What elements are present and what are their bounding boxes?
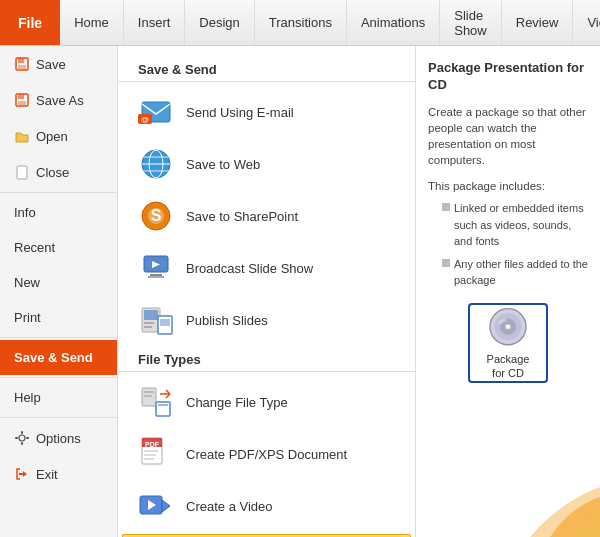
sharepoint-icon: S bbox=[138, 198, 174, 234]
menu-item-change-file-type[interactable]: Change File Type bbox=[118, 376, 415, 428]
sidebar-item-open[interactable]: Open bbox=[0, 118, 117, 154]
sidebar-item-print[interactable]: Print bbox=[0, 300, 117, 335]
menu-item-create-pdf[interactable]: PDF Create PDF/XPS Document bbox=[118, 428, 415, 480]
sidebar-recent-label: Recent bbox=[14, 240, 55, 255]
close-doc-icon bbox=[14, 164, 30, 180]
svg-rect-30 bbox=[144, 326, 152, 328]
right-panel-includes-list: Linked or embedded items such as videos,… bbox=[442, 200, 588, 289]
menu-item-broadcast[interactable]: Broadcast Slide Show bbox=[118, 242, 415, 294]
svg-rect-41 bbox=[144, 450, 158, 452]
sidebar-print-label: Print bbox=[14, 310, 41, 325]
svg-rect-4 bbox=[18, 94, 24, 99]
email-icon: @ bbox=[138, 94, 174, 130]
menu-item-send-email[interactable]: @ Send Using E-mail bbox=[118, 86, 415, 138]
svg-rect-42 bbox=[144, 454, 156, 456]
file-types-section-title: File Types bbox=[118, 346, 415, 372]
svg-text:S: S bbox=[151, 207, 162, 224]
save-sharepoint-label: Save to SharePoint bbox=[186, 209, 298, 224]
tab-review[interactable]: Review bbox=[502, 0, 574, 45]
sidebar-help-label: Help bbox=[14, 390, 41, 405]
sidebar-item-close[interactable]: Close bbox=[0, 154, 117, 190]
sidebar-item-options[interactable]: Options bbox=[0, 420, 117, 456]
publish-icon bbox=[138, 302, 174, 338]
svg-rect-2 bbox=[18, 65, 26, 69]
sidebar-item-help[interactable]: Help bbox=[0, 380, 117, 415]
tab-transitions[interactable]: Transitions bbox=[255, 0, 347, 45]
web-icon bbox=[138, 146, 174, 182]
includes-item-1: Linked or embedded items such as videos,… bbox=[442, 200, 588, 250]
svg-rect-26 bbox=[148, 276, 164, 278]
ribbon-tabs: Home Insert Design Transitions Animation… bbox=[60, 0, 600, 45]
svg-rect-32 bbox=[160, 319, 170, 326]
broadcast-icon bbox=[138, 250, 174, 286]
tab-home[interactable]: Home bbox=[60, 0, 124, 45]
sidebar-save-send-label: Save & Send bbox=[14, 350, 93, 365]
sidebar-item-new[interactable]: New bbox=[0, 265, 117, 300]
tab-slideshow[interactable]: Slide Show bbox=[440, 0, 502, 45]
svg-text:PDF: PDF bbox=[145, 441, 160, 448]
svg-rect-5 bbox=[18, 101, 26, 105]
includes-item-2: Any other files added to the package bbox=[442, 256, 588, 289]
exit-icon bbox=[14, 466, 30, 482]
bullet-1 bbox=[442, 203, 450, 211]
sidebar-exit-label: Exit bbox=[36, 467, 58, 482]
cd-button-icon bbox=[484, 305, 532, 348]
tab-view[interactable]: View bbox=[573, 0, 600, 45]
menu-item-save-web[interactable]: Save to Web bbox=[118, 138, 415, 190]
svg-rect-29 bbox=[144, 322, 154, 324]
sidebar-save-label: Save bbox=[36, 57, 66, 72]
file-tab[interactable]: File bbox=[0, 0, 60, 45]
package-for-cd-button-label: Packagefor CD bbox=[487, 352, 530, 381]
tab-animations[interactable]: Animations bbox=[347, 0, 440, 45]
sidebar-item-info[interactable]: Info bbox=[0, 195, 117, 230]
sidebar-divider-2 bbox=[0, 337, 117, 338]
main-container: Save Save As Open Close Info Recent New … bbox=[0, 46, 600, 537]
menu-item-create-video[interactable]: Create a Video bbox=[118, 480, 415, 532]
svg-rect-11 bbox=[26, 437, 29, 439]
pdf-icon: PDF bbox=[138, 436, 174, 472]
menu-item-publish-slides[interactable]: Publish Slides bbox=[118, 294, 415, 346]
includes-text-2: Any other files added to the package bbox=[454, 256, 588, 289]
sidebar-item-save[interactable]: Save bbox=[0, 46, 117, 82]
ribbon: File Home Insert Design Transitions Anim… bbox=[0, 0, 600, 46]
sidebar: Save Save As Open Close Info Recent New … bbox=[0, 46, 118, 537]
create-pdf-label: Create PDF/XPS Document bbox=[186, 447, 347, 462]
right-panel-includes-label: This package includes: bbox=[428, 180, 588, 192]
right-panel-title: Package Presentation for CD bbox=[428, 60, 588, 94]
sidebar-new-label: New bbox=[14, 275, 40, 290]
options-icon bbox=[14, 430, 30, 446]
save-icon bbox=[14, 56, 30, 72]
tab-insert[interactable]: Insert bbox=[124, 0, 186, 45]
svg-marker-45 bbox=[162, 500, 170, 512]
change-filetype-icon bbox=[138, 384, 174, 420]
svg-rect-37 bbox=[158, 404, 168, 406]
right-panel: Package Presentation for CD Create a pac… bbox=[415, 46, 600, 537]
sidebar-item-save-send[interactable]: Save & Send bbox=[0, 340, 117, 375]
create-video-label: Create a Video bbox=[186, 499, 273, 514]
svg-text:@: @ bbox=[141, 115, 149, 124]
save-as-icon bbox=[14, 92, 30, 108]
sidebar-divider-4 bbox=[0, 417, 117, 418]
svg-point-7 bbox=[19, 435, 25, 441]
publish-slides-label: Publish Slides bbox=[186, 313, 268, 328]
sidebar-info-label: Info bbox=[14, 205, 36, 220]
svg-rect-35 bbox=[144, 395, 152, 397]
tab-design[interactable]: Design bbox=[185, 0, 254, 45]
sidebar-save-as-label: Save As bbox=[36, 93, 84, 108]
sidebar-item-exit[interactable]: Exit bbox=[0, 456, 117, 492]
svg-rect-8 bbox=[21, 431, 23, 434]
package-for-cd-button[interactable]: Packagefor CD bbox=[468, 303, 548, 383]
svg-rect-28 bbox=[144, 310, 158, 320]
menu-item-save-sharepoint[interactable]: S Save to SharePoint bbox=[118, 190, 415, 242]
svg-point-63 bbox=[505, 324, 510, 329]
open-icon bbox=[14, 128, 30, 144]
video-icon bbox=[138, 488, 174, 524]
svg-rect-6 bbox=[17, 166, 27, 179]
svg-rect-34 bbox=[144, 391, 154, 393]
sidebar-item-recent[interactable]: Recent bbox=[0, 230, 117, 265]
sidebar-item-save-as[interactable]: Save As bbox=[0, 82, 117, 118]
sidebar-divider-1 bbox=[0, 192, 117, 193]
includes-text-1: Linked or embedded items such as videos,… bbox=[454, 200, 588, 250]
sidebar-open-label: Open bbox=[36, 129, 68, 144]
sidebar-close-label: Close bbox=[36, 165, 69, 180]
